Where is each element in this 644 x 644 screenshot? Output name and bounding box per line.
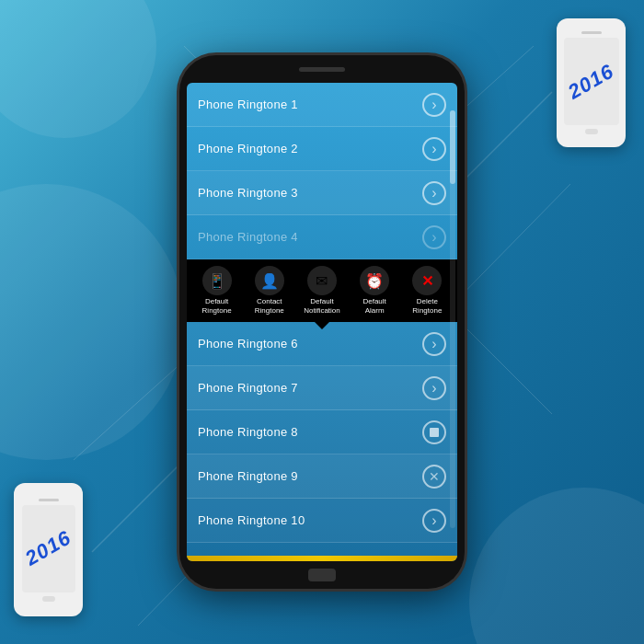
delete-ringtone-icon: ✕ bbox=[412, 266, 442, 295]
item-4-play-btn[interactable] bbox=[422, 225, 446, 249]
item-2-play-btn[interactable] bbox=[422, 137, 446, 161]
phone-bl-screen: 2016 bbox=[22, 505, 75, 592]
item-8-stop-btn[interactable] bbox=[422, 420, 446, 444]
chevron-icon bbox=[431, 336, 436, 352]
delete-ringtone-btn[interactable]: ✕ DeleteRingtone bbox=[403, 266, 451, 315]
default-notification-btn[interactable]: ✉ DefaultNotification bbox=[298, 266, 346, 315]
small-phone-top-right: 2016 bbox=[557, 18, 626, 147]
chevron-icon bbox=[431, 229, 436, 246]
item-3-play-btn[interactable] bbox=[422, 181, 446, 205]
bg-decor-3 bbox=[469, 488, 644, 644]
list-item[interactable]: Phone Ringtone 1 bbox=[187, 83, 457, 127]
default-ringtone-btn[interactable]: 📱 Default Ringtone bbox=[193, 266, 241, 315]
item-6-play-btn[interactable] bbox=[422, 332, 446, 356]
small-phone-bottom-left: 2016 bbox=[14, 483, 83, 616]
scroll-track[interactable] bbox=[450, 110, 455, 528]
item-1-play-btn[interactable] bbox=[422, 93, 446, 117]
contact-ringtone-btn[interactable]: 👤 ContactRingtone bbox=[246, 266, 293, 315]
list-item[interactable]: Phone Ringtone 9 ✕ bbox=[187, 454, 457, 499]
chevron-icon bbox=[431, 512, 436, 529]
slash-icon: ✕ bbox=[429, 469, 440, 484]
phone-bl-btn bbox=[42, 596, 55, 602]
contact-ringtone-icon: 👤 bbox=[255, 266, 284, 295]
default-notification-icon: ✉ bbox=[307, 266, 337, 295]
phone-tr-btn bbox=[585, 129, 598, 134]
chevron-icon bbox=[431, 97, 436, 113]
scroll-thumb[interactable] bbox=[450, 110, 455, 184]
year-label-tr: 2016 bbox=[564, 59, 618, 104]
list-item[interactable]: Phone Ringtone 10 bbox=[187, 499, 457, 543]
default-alarm-icon: ⏰ bbox=[360, 266, 389, 295]
default-ringtone-icon: 📱 bbox=[202, 266, 232, 295]
year-label-bl: 2016 bbox=[22, 526, 75, 571]
stop-icon bbox=[430, 428, 439, 437]
list-item[interactable]: Phone Ringtone 3 bbox=[187, 171, 457, 215]
phone-tr-speaker bbox=[581, 31, 602, 34]
default-alarm-btn[interactable]: ⏰ DefaultAlarm bbox=[351, 266, 398, 315]
ringtone-list: Phone Ringtone 1 Phone Ringtone 2 Phone … bbox=[187, 83, 457, 556]
main-phone-screen: Phone Ringtone 1 Phone Ringtone 2 Phone … bbox=[187, 83, 457, 561]
list-item[interactable]: Phone Ringtone 7 bbox=[187, 366, 457, 410]
phone-tr-screen: 2016 bbox=[564, 38, 619, 125]
main-phone-speaker bbox=[299, 67, 345, 72]
item-10-play-btn[interactable] bbox=[422, 509, 446, 533]
main-phone: Phone Ringtone 1 Phone Ringtone 2 Phone … bbox=[179, 55, 465, 589]
chevron-icon bbox=[431, 141, 436, 157]
popup-triangle bbox=[315, 322, 329, 329]
context-menu[interactable]: 📱 Default Ringtone 👤 ContactRingtone ✉ D… bbox=[187, 259, 457, 322]
item-7-play-btn[interactable] bbox=[422, 376, 446, 400]
main-phone-home-btn[interactable] bbox=[308, 569, 336, 581]
list-item[interactable]: Phone Ringtone 4 bbox=[187, 215, 457, 259]
bottom-progress-bar bbox=[187, 556, 457, 561]
chevron-icon bbox=[431, 185, 436, 201]
item-9-btn[interactable]: ✕ bbox=[422, 465, 446, 489]
list-item[interactable]: Phone Ringtone 2 bbox=[187, 127, 457, 171]
list-item[interactable]: Phone Ringtone 8 bbox=[187, 410, 457, 454]
phone-bl-speaker bbox=[39, 499, 59, 501]
chevron-icon bbox=[431, 380, 436, 397]
bg-decor-2 bbox=[0, 184, 184, 460]
bg-decor-1 bbox=[0, 0, 156, 138]
